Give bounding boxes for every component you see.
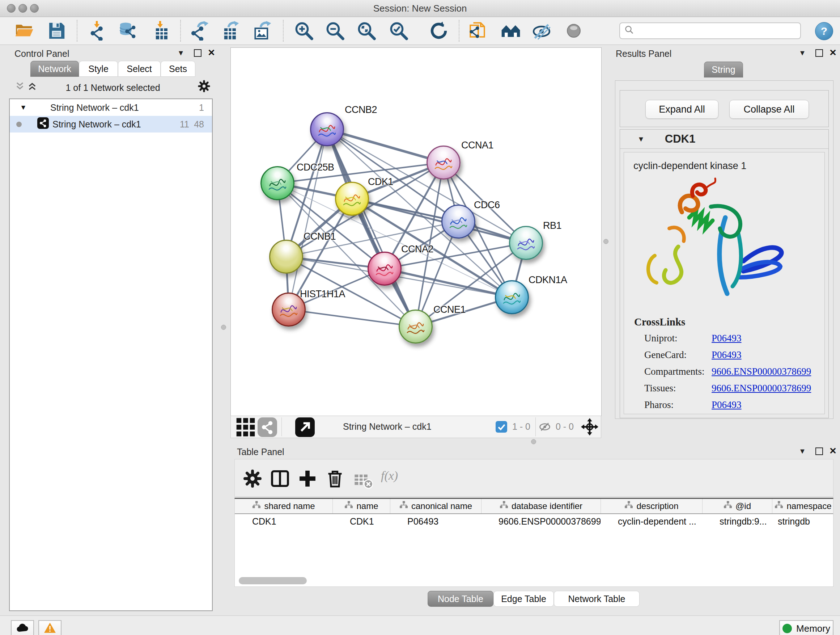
crosslink-link[interactable]: 9606.ENSP00000378699 [712, 366, 811, 377]
horizontal-splitter-handle[interactable] [531, 439, 536, 444]
tab-select[interactable]: Select [118, 61, 161, 77]
string-document-share-icon[interactable] [468, 20, 489, 41]
open-in-new-icon[interactable] [294, 417, 316, 438]
gene-header-row[interactable]: ▼ CDK1 [620, 130, 829, 149]
node-cdc25b[interactable] [261, 166, 294, 200]
function-builder-icon[interactable]: f(x) [381, 469, 398, 483]
table-panel-menu-icon[interactable]: ▼ [799, 447, 806, 455]
column-header-databaseidentifier[interactable]: database identifier [481, 499, 600, 513]
table-panel-close-icon[interactable]: ✕ [829, 446, 837, 456]
column-label: @id [736, 501, 751, 511]
zoom-out-icon[interactable] [325, 20, 346, 41]
control-panel-float-icon[interactable] [194, 49, 202, 57]
zoom-fit-icon[interactable] [356, 20, 377, 41]
left-splitter-handle[interactable] [221, 325, 226, 330]
crosslink-label: Tissues: [644, 383, 676, 394]
memory-button[interactable]: Memory [779, 620, 834, 635]
import-table-icon[interactable] [151, 20, 172, 41]
network-row-selected[interactable]: String Network – cdk1 11 48 [10, 116, 212, 133]
crosslink-link[interactable]: P06493 [712, 333, 742, 344]
crosslink-link[interactable]: P06493 [712, 399, 742, 410]
help-button[interactable]: ? [815, 22, 833, 40]
node-ccna1[interactable] [426, 146, 461, 180]
search-box[interactable] [619, 22, 801, 39]
toolbar-separator [180, 20, 181, 42]
node-label-ccne1: CCNE1 [433, 304, 466, 315]
refresh-icon[interactable] [428, 20, 449, 41]
node-ccne1[interactable] [399, 310, 433, 344]
table-gear-icon[interactable] [242, 468, 263, 489]
right-splitter-handle[interactable] [603, 239, 608, 244]
network-canvas[interactable]: CCNB2CCNA1CDC25BCDK1CDC6RB1CCNB1CCNA2CDK… [231, 48, 602, 416]
node-cdkn1a[interactable] [495, 280, 529, 314]
share-view-icon[interactable] [257, 417, 278, 438]
show-columns-icon[interactable] [270, 468, 291, 489]
tab-edge-table[interactable]: Edge Table [493, 591, 554, 607]
eye-disabled-icon[interactable] [563, 20, 584, 41]
edge-count: 48 [194, 119, 204, 130]
chevron-double-down-icon[interactable] [14, 81, 25, 93]
node-ccnb1[interactable] [269, 240, 303, 274]
collapse-all-button[interactable]: Collapse All [729, 100, 809, 119]
node-cdk1[interactable] [335, 182, 369, 216]
table-horizontal-scrollbar[interactable] [239, 577, 307, 584]
results-panel-close-icon[interactable]: ✕ [829, 48, 837, 58]
search-input[interactable] [635, 25, 791, 36]
delete-table-icon[interactable] [353, 470, 374, 491]
export-table-icon[interactable] [219, 20, 240, 41]
column-header-namespace[interactable]: namespace [772, 499, 834, 513]
collapse-entry-icon[interactable]: ▼ [638, 135, 645, 143]
table-panel-float-icon[interactable] [815, 448, 823, 455]
column-header-name[interactable]: name [332, 499, 390, 513]
delete-column-icon[interactable] [325, 468, 346, 489]
crosslink-link[interactable]: 9606.ENSP00000378699 [712, 383, 811, 394]
hidden-eye-icon[interactable] [538, 420, 551, 433]
column-header-id[interactable]: @id [702, 499, 772, 513]
table-cell: cyclin-dependent ... [600, 514, 702, 529]
gear-icon[interactable] [197, 80, 210, 94]
tab-network[interactable]: Network [30, 61, 79, 77]
node-ccna2[interactable] [368, 252, 401, 286]
export-network-icon[interactable] [189, 20, 210, 41]
table-row[interactable]: CDK1CDK1P064939606.ENSP00000378699cyclin… [235, 514, 833, 529]
open-session-icon[interactable] [14, 20, 35, 41]
string-network-icon [37, 117, 49, 131]
import-network-icon[interactable] [88, 20, 109, 41]
create-column-icon[interactable] [297, 468, 318, 489]
collapse-arrow-icon[interactable]: ▼ [20, 103, 27, 111]
pan-crosshair-icon[interactable] [581, 418, 598, 435]
zoom-in-icon[interactable] [294, 20, 314, 41]
save-session-icon[interactable] [47, 20, 68, 41]
export-image-icon[interactable] [251, 20, 272, 41]
column-header-description[interactable]: description [600, 499, 702, 513]
node-count: 11 [180, 119, 189, 130]
selected-checkbox-icon[interactable] [496, 421, 507, 432]
node-cdc6[interactable] [441, 204, 475, 239]
houses-icon[interactable] [500, 20, 521, 41]
zoom-selected-icon[interactable] [388, 20, 409, 41]
results-panel-float-icon[interactable] [815, 49, 823, 57]
expand-all-button[interactable]: Expand All [645, 100, 718, 119]
column-header-canonicalname[interactable]: canonical name [390, 499, 481, 513]
network-collection-row[interactable]: ▼ String Network – cdk1 1 [10, 99, 212, 116]
control-panel-close-icon[interactable]: ✕ [208, 48, 215, 58]
tab-style[interactable]: Style [79, 61, 118, 77]
column-header-sharedname[interactable]: shared name [235, 499, 332, 513]
cloud-button[interactable] [11, 620, 34, 635]
results-panel-menu-icon[interactable]: ▼ [799, 49, 806, 57]
grid-view-icon[interactable] [235, 417, 256, 438]
toolbar-separator [77, 20, 77, 42]
tab-string[interactable]: String [704, 62, 743, 78]
tab-sets[interactable]: Sets [161, 61, 195, 77]
chevron-double-up-icon[interactable] [27, 81, 38, 93]
warning-icon [44, 622, 56, 635]
import-database-icon[interactable] [118, 20, 139, 41]
tab-node-table[interactable]: Node Table [428, 591, 493, 607]
node-ccnb2[interactable] [310, 112, 344, 146]
warning-button[interactable] [38, 620, 62, 635]
crosslink-link[interactable]: P06493 [712, 349, 742, 361]
control-panel-menu-icon[interactable]: ▼ [177, 49, 185, 57]
eye-strikethrough-icon[interactable] [531, 20, 552, 41]
node-rb1[interactable] [509, 226, 543, 260]
tab-network-table[interactable]: Network Table [554, 591, 639, 607]
